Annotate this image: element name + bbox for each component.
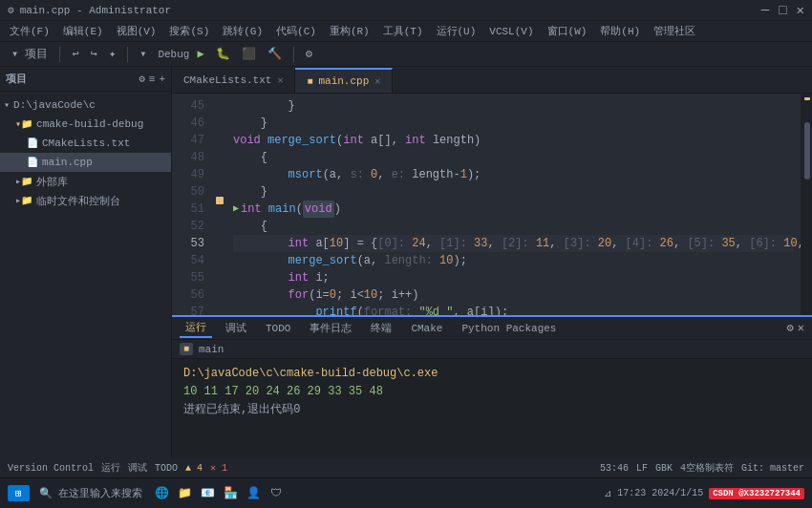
code-editor[interactable]: 45 46 47 48 49 50 51 52 53 54 55 56 57 5… <box>172 94 812 315</box>
tab-maincpp[interactable]: ■ main.cpp ✕ <box>295 68 393 93</box>
panel-tab-cmake[interactable]: CMake <box>405 321 448 336</box>
editor-scrollbar[interactable] <box>801 94 812 315</box>
panel-close-icon[interactable]: ✕ <box>798 321 804 335</box>
run-button[interactable]: ▶ <box>193 45 207 63</box>
panel-tab-python[interactable]: Python Packages <box>456 321 562 336</box>
var-i: i; <box>315 269 329 286</box>
code-text2: (a, <box>323 166 351 183</box>
project-dropdown[interactable]: ▾ 项目 <box>8 44 52 64</box>
bracket-close: ] = { <box>343 235 377 252</box>
redo-button[interactable]: ↪ <box>87 45 101 63</box>
stop-button[interactable]: ⬛ <box>238 45 260 63</box>
param-format: format: <box>364 304 419 315</box>
idx-2: [2]: <box>502 235 536 252</box>
taskbar-icon-shield[interactable]: 🛡 <box>267 484 286 503</box>
status-todo[interactable]: TODO <box>155 463 178 474</box>
taskbar-icon-browser[interactable]: 🌐 <box>152 484 171 503</box>
search-box[interactable]: 🔍 在这里输入来搜索 <box>33 484 149 502</box>
menu-code[interactable]: 代码(C) <box>270 22 322 40</box>
tab-cmakelists[interactable]: CMakeLists.txt ✕ <box>172 68 295 93</box>
build-config-label: Debug <box>158 49 189 60</box>
toolbar-separator-1 <box>59 47 60 62</box>
open-brace: { <box>233 218 267 235</box>
val-24: 24 <box>412 235 425 252</box>
tab-cmakelists-close[interactable]: ✕ <box>277 74 283 86</box>
undo-button[interactable]: ↩ <box>68 45 82 63</box>
sidebar-gear-icon[interactable]: ⚙ <box>139 73 145 85</box>
folder-icon: ▾ <box>4 99 10 111</box>
brace: { <box>233 149 267 166</box>
keyword-void: void <box>233 132 267 149</box>
close-button[interactable]: ✕ <box>797 2 804 18</box>
tab-maincpp-close[interactable]: ✕ <box>374 75 380 87</box>
paren-fmt: ( <box>357 304 364 315</box>
menu-tools[interactable]: 工具(T) <box>377 22 429 40</box>
menu-vcsl[interactable]: VCSL(V) <box>483 24 539 39</box>
panel-tab-debug[interactable]: 调试 <box>220 319 252 337</box>
scrollbar-thumb[interactable] <box>804 122 810 180</box>
fn-msort: msort <box>288 166 323 183</box>
taskbar-icon-folder[interactable]: 📁 <box>175 484 194 503</box>
status-debug[interactable]: 调试 <box>128 461 147 475</box>
taskbar-icon-user[interactable]: 👤 <box>244 484 263 503</box>
sidebar-maincpp-label: main.cpp <box>42 157 93 168</box>
sidebar: 项目 ⚙ ≡ + ▾ D:\javaCode\c ▾📁 cmake-build-… <box>0 67 172 458</box>
toolbar-icon-1[interactable]: ✦ <box>105 45 119 63</box>
sidebar-item-external[interactable]: ▸📁 外部库 <box>0 172 171 191</box>
csdn-badge[interactable]: CSDN @X3232727344 <box>709 488 804 499</box>
title-bar: ⚙ main.cpp - Administrator ─ □ ✕ <box>0 0 812 21</box>
code-line-50: } <box>233 183 793 201</box>
menu-file[interactable]: 文件(F) <box>4 22 55 40</box>
panel-tab-eventlog[interactable]: 事件日志 <box>304 319 357 337</box>
menu-search[interactable]: 搜索(S) <box>163 22 215 40</box>
code-content[interactable]: } } void merge_sort(int a[], int length)… <box>225 94 801 315</box>
panel-tab-terminal[interactable]: 终端 <box>365 319 397 337</box>
spaces <box>233 269 288 286</box>
minimize-button[interactable]: ─ <box>761 3 769 18</box>
sidebar-cmakelists-label: CMakeLists.txt <box>42 138 130 149</box>
menu-window[interactable]: 窗口(W) <box>542 22 593 40</box>
sidebar-item-cmake-build[interactable]: ▾📁 cmake-build-debug <box>0 115 171 134</box>
sidebar-plus-icon[interactable]: + <box>159 74 165 85</box>
panel-tab-run[interactable]: 运行 <box>180 318 212 338</box>
menu-community[interactable]: 管理社区 <box>648 22 701 40</box>
breakpoint-marker <box>216 197 224 204</box>
menu-run[interactable]: 运行(U) <box>431 22 482 40</box>
status-version-control[interactable]: Version Control <box>8 463 94 474</box>
build-config-dropdown[interactable]: ▾ <box>136 45 150 63</box>
sidebar-item-maincpp[interactable]: 📄 main.cpp <box>0 153 171 172</box>
menu-help[interactable]: 帮助(H) <box>594 22 646 40</box>
panel-settings-icon[interactable]: ⚙ <box>787 321 794 335</box>
paren-open: ( <box>296 201 303 218</box>
start-button[interactable]: ⊞ <box>8 485 30 501</box>
idx-0: [0]: <box>377 235 412 252</box>
taskbar-icon-store[interactable]: 🏪 <box>221 484 240 503</box>
terminal-content[interactable]: D:\javaCode\c\cmake-build-debug\c.exe 10… <box>172 359 812 458</box>
sidebar-tree: ▾ D:\javaCode\c ▾📁 cmake-build-debug 📄 C… <box>0 92 171 458</box>
debug-button[interactable]: 🐛 <box>212 45 234 63</box>
paren-close: ) <box>334 201 341 218</box>
menu-goto[interactable]: 跳转(G) <box>217 22 268 40</box>
paren-a: (a, <box>357 252 385 269</box>
build-button[interactable]: 🔨 <box>264 45 286 63</box>
status-run[interactable]: 运行 <box>101 461 120 475</box>
gutter <box>210 94 225 315</box>
sidebar-collapse-icon[interactable]: ≡ <box>149 74 156 85</box>
menu-refactor[interactable]: 重构(R) <box>324 22 375 40</box>
sidebar-item-temp[interactable]: ▸📁 临时文件和控制台 <box>0 191 171 210</box>
sidebar-item-root[interactable]: ▾ D:\javaCode\c <box>0 95 171 115</box>
status-lf: LF <box>636 463 648 474</box>
sep3: , <box>549 235 563 252</box>
maximize-button[interactable]: □ <box>779 3 786 18</box>
status-right: 53:46 LF GBK 4空格制表符 Git: master <box>600 461 804 475</box>
taskbar-icon-mail[interactable]: 📧 <box>198 484 217 503</box>
menu-edit[interactable]: 编辑(E) <box>57 22 109 40</box>
sidebar-title: 项目 <box>6 72 27 86</box>
menu-view[interactable]: 视图(V) <box>111 22 162 40</box>
sidebar-item-cmakelists[interactable]: 📄 CMakeLists.txt <box>0 134 171 153</box>
toolbar-extra[interactable]: ⚙ <box>302 45 316 63</box>
spaces <box>233 235 288 252</box>
panel-tab-todo[interactable]: TODO <box>260 321 296 336</box>
window-controls[interactable]: ─ □ ✕ <box>761 2 804 18</box>
param-length: length) <box>433 132 481 149</box>
